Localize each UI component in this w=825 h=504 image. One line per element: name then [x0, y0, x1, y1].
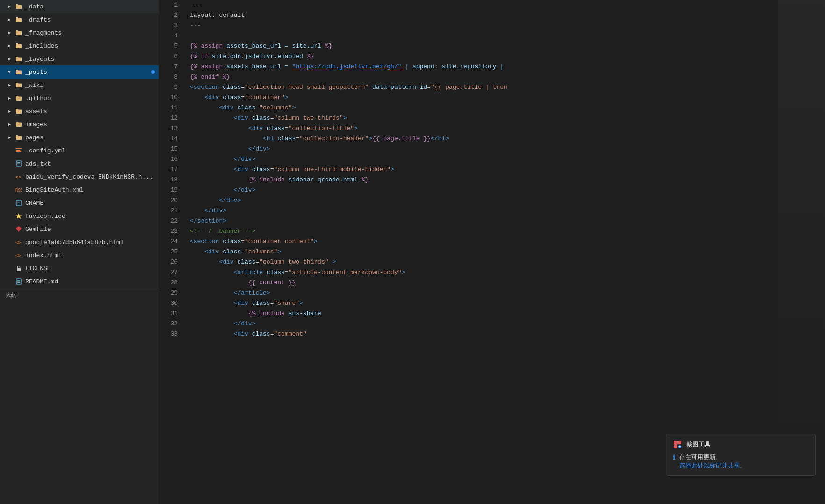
code-area: 1234567891011121314151617181920212223242… — [159, 0, 825, 504]
line-num-11: 11 — [163, 103, 178, 113]
code-line-19: </div> — [190, 185, 778, 195]
fragments-folder-icon — [15, 29, 22, 36]
sidebar-item-cname[interactable]: CNAME — [0, 196, 159, 209]
token: div — [252, 125, 267, 132]
sidebar-item-config[interactable]: _config.yml — [0, 144, 159, 157]
svg-rect-23 — [678, 441, 681, 444]
sidebar-item-github[interactable]: .github — [0, 92, 159, 105]
token: "column one-third mobile-hidden" — [274, 166, 391, 173]
token: < — [190, 135, 267, 142]
code-line-13: <div class="collection-title"> — [190, 123, 778, 134]
token: data-pattern-id — [369, 84, 427, 91]
line-num-20: 20 — [163, 195, 178, 206]
config-file-icon — [15, 147, 22, 154]
token: "columns" — [259, 104, 292, 111]
code-line-20: </div> — [190, 195, 778, 206]
sidebar-item-ads[interactable]: ads.txt — [0, 157, 159, 170]
sidebar-item-images[interactable]: images — [0, 118, 159, 131]
token: class — [267, 125, 285, 132]
token: < — [190, 166, 237, 173]
token: < — [190, 94, 208, 101]
sidebar-item-fragments[interactable]: _fragments — [0, 26, 159, 39]
token: include — [259, 310, 288, 317]
line-num-18: 18 — [163, 175, 178, 185]
svg-rect-21 — [17, 282, 20, 283]
sidebar-item-assets[interactable]: assets — [0, 105, 159, 118]
sidebar-item-favicon[interactable]: favicon.ico — [0, 209, 159, 223]
sidebar-item-layouts[interactable]: _layouts — [0, 52, 159, 65]
index-label: index.html — [25, 252, 62, 259]
notification-header: 截图工具 — [673, 440, 809, 449]
token: class — [223, 94, 241, 101]
svg-rect-22 — [674, 441, 678, 445]
line-num-25: 25 — [163, 247, 178, 257]
license-file-icon — [15, 265, 22, 272]
code-line-17: <div class="column one-third mobile-hidd… — [190, 165, 778, 175]
svg-text:<>: <> — [15, 174, 21, 180]
line-num-13: 13 — [163, 123, 178, 134]
token: > — [267, 145, 270, 152]
token: class — [267, 269, 285, 276]
line-num-22: 22 — [163, 216, 178, 226]
token: {% — [190, 63, 201, 70]
sidebar-footer: 大纲 — [0, 288, 159, 302]
code-line-23: <!-- / .banner --> — [190, 226, 778, 237]
token: </ — [190, 289, 241, 296]
token: if — [201, 53, 211, 60]
token: > — [292, 104, 296, 111]
sidebar-item-license[interactable]: LICENSE — [0, 262, 159, 275]
cname-file-icon — [15, 199, 22, 207]
token: > — [223, 207, 226, 214]
line-num-15: 15 — [163, 144, 178, 154]
includes-folder-icon — [15, 42, 22, 50]
token — [190, 310, 248, 317]
sidebar-item-includes[interactable]: _includes — [0, 39, 159, 52]
token: </ — [190, 197, 226, 204]
sidebar-item-baidu[interactable]: <>baidu_verify_codeva-ENDkKimN3R.h... — [0, 170, 159, 183]
code-line-26: <div class="column two-thirds" > — [190, 257, 778, 267]
token — [190, 279, 248, 286]
token: "https://cdn.jsdelivr.net/gh/" — [292, 63, 401, 70]
token: > — [237, 197, 241, 204]
sidebar-item-wiki[interactable]: _wiki — [0, 79, 159, 92]
token: < — [190, 115, 237, 122]
code-line-8: {% endif %} — [190, 72, 778, 82]
token: assign — [201, 63, 226, 70]
sidebar-item-bing[interactable]: RSSBingSiteAuth.xml — [0, 183, 159, 196]
sidebar-item-data[interactable]: _data — [0, 0, 159, 13]
sidebar-item-index[interactable]: <>index.html — [0, 249, 159, 262]
svg-rect-12 — [17, 204, 20, 204]
token: class — [252, 331, 270, 338]
gemfile-file-icon — [15, 225, 22, 233]
token: "comment" — [274, 331, 306, 338]
sidebar-item-posts[interactable]: _posts — [0, 65, 159, 79]
token: "share" — [274, 300, 299, 307]
sidebar-item-drafts[interactable]: _drafts — [0, 13, 159, 26]
svg-text:RSS: RSS — [15, 188, 22, 193]
svg-rect-11 — [17, 203, 20, 203]
sidebar-item-readme[interactable]: README.md — [0, 275, 159, 288]
line-num-19: 19 — [163, 185, 178, 195]
ads-file-icon — [15, 160, 22, 167]
sidebar-item-gemfile[interactable]: Gemfile — [0, 223, 159, 236]
posts-folder-icon — [15, 68, 22, 76]
code-line-16: </div> — [190, 154, 778, 165]
line-num-31: 31 — [163, 309, 178, 319]
sidebar-item-google[interactable]: <>google1abb7d5b641ab87b.html — [0, 236, 159, 249]
code-content[interactable]: ---layout: default--- {% assign assets_b… — [182, 0, 778, 504]
token: div — [208, 248, 223, 255]
svg-rect-10 — [17, 202, 20, 202]
line-num-4: 4 — [163, 31, 178, 41]
svg-text:<>: <> — [15, 240, 21, 245]
sidebar-item-pages[interactable]: pages — [0, 131, 159, 144]
token: = — [241, 94, 245, 101]
notification-update-text: 存在可用更新。 — [679, 454, 722, 461]
notification-link[interactable]: 选择此处以标记并共享。 — [679, 462, 746, 469]
fragments-chevron-icon — [6, 29, 13, 36]
drafts-folder-icon — [15, 16, 22, 23]
code-line-21: </div> — [190, 206, 778, 216]
line-num-14: 14 — [163, 134, 178, 144]
pages-label: pages — [25, 134, 43, 141]
token: > — [391, 166, 394, 173]
line-num-17: 17 — [163, 165, 178, 175]
